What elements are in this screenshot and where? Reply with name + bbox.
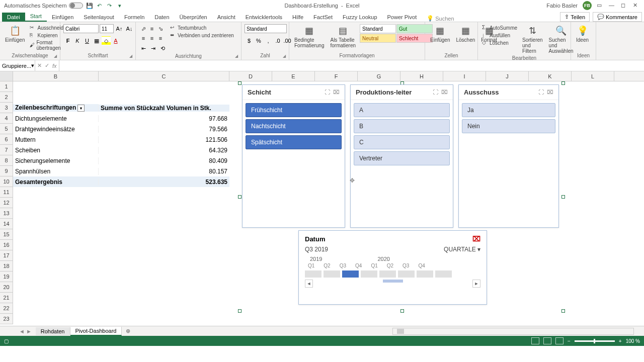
- col-header[interactable]: H: [400, 71, 443, 81]
- italic-button[interactable]: K: [73, 36, 82, 45]
- pivot-row[interactable]: Dichtungselemente97.668: [13, 113, 229, 124]
- teilen-button[interactable]: ⇪Teilen: [560, 12, 590, 22]
- row-header[interactable]: 18: [0, 261, 13, 272]
- row-header[interactable]: 3: [0, 103, 13, 113]
- row-header[interactable]: 11: [0, 187, 13, 198]
- clear-filter-icon[interactable]: ⌧: [333, 89, 340, 96]
- kommentare-button[interactable]: 💬Kommentare: [593, 12, 642, 22]
- paste-button[interactable]: 📋Einfügen: [3, 24, 27, 44]
- col-header[interactable]: L: [572, 71, 614, 81]
- row-header[interactable]: 23: [0, 314, 13, 324]
- tab-factset[interactable]: FactSet: [308, 13, 338, 22]
- horizontal-scrollbar[interactable]: [392, 328, 634, 335]
- clear-filter-icon[interactable]: ⌧: [441, 89, 448, 96]
- col-header[interactable]: E: [272, 71, 315, 81]
- col-header[interactable]: I: [443, 71, 486, 81]
- row-header[interactable]: 7: [0, 145, 13, 155]
- comma-icon[interactable]: ,: [264, 36, 273, 45]
- dialog-launcher-icon[interactable]: ◢: [283, 54, 288, 59]
- switch-icon[interactable]: [69, 3, 83, 9]
- col-header[interactable]: D: [229, 71, 272, 81]
- row-header[interactable]: 13: [0, 208, 13, 219]
- slicer-produktionsleiter[interactable]: Produktions-leiter ⛶⌧ ABCVertreter: [350, 84, 453, 228]
- border-button[interactable]: ▦: [92, 36, 101, 45]
- pivot-row[interactable]: Scheiben64.329: [13, 145, 229, 155]
- clear-filter-icon[interactable]: ⌧: [547, 89, 553, 96]
- multiselect-icon[interactable]: ⛶: [325, 89, 330, 96]
- sheet-tab-rohdaten[interactable]: Rohdaten: [36, 327, 70, 335]
- pivot-row[interactable]: Spannhülsen80.157: [13, 166, 229, 176]
- timeline-next-icon[interactable]: ►: [472, 280, 480, 288]
- align-right-icon[interactable]: ≡: [156, 34, 165, 43]
- dialog-launcher-icon[interactable]: ◢: [54, 54, 59, 59]
- timeline-segment[interactable]: [435, 270, 452, 278]
- dialog-launcher-icon[interactable]: ◢: [235, 54, 240, 59]
- dialog-launcher-icon[interactable]: ◢: [129, 54, 134, 59]
- slicer-item[interactable]: A: [354, 103, 450, 117]
- row-header[interactable]: 22: [0, 303, 13, 314]
- style-neutral[interactable]: Neutral: [360, 34, 396, 43]
- slicer-item[interactable]: Ja: [462, 103, 555, 117]
- align-center-icon[interactable]: ≡: [147, 34, 156, 43]
- name-box[interactable]: Gruppiere... ▾: [0, 60, 35, 71]
- multiselect-icon[interactable]: ⛶: [433, 89, 438, 96]
- timeline-segment[interactable]: [361, 270, 377, 278]
- clear-timeline-icon[interactable]: ⌧: [472, 235, 480, 243]
- increase-font-icon[interactable]: A↑: [115, 24, 124, 33]
- normal-view-icon[interactable]: [531, 337, 539, 344]
- col-header[interactable]: G: [358, 71, 400, 81]
- increase-decimal-icon[interactable]: .0: [273, 36, 282, 45]
- row-header[interactable]: 16: [0, 240, 13, 250]
- tab-ansicht[interactable]: Ansicht: [212, 13, 240, 22]
- tell-me-search[interactable]: 💡 Suchen: [427, 15, 454, 22]
- sort-filter-button[interactable]: ⇅Sortieren und Filtern: [520, 24, 545, 55]
- minimize-icon[interactable]: —: [609, 2, 616, 9]
- maximize-icon[interactable]: ◻: [621, 2, 628, 9]
- sheet-nav-next-icon[interactable]: ►: [26, 328, 32, 334]
- timeline-scroll-thumb[interactable]: [383, 280, 403, 283]
- tab-hilfe[interactable]: Hilfe: [287, 13, 308, 22]
- page-layout-view-icon[interactable]: [543, 337, 551, 344]
- slicer-item[interactable]: Vertreter: [354, 151, 450, 165]
- indent-increase-icon[interactable]: ⇥: [148, 44, 157, 53]
- percent-icon[interactable]: %: [254, 36, 263, 45]
- timeline-prev-icon[interactable]: ◄: [305, 280, 313, 288]
- timeline-segment[interactable]: [342, 270, 359, 278]
- align-left-icon[interactable]: ≡: [139, 34, 148, 43]
- underline-button[interactable]: U: [83, 36, 92, 45]
- indent-decrease-icon[interactable]: ⇤: [139, 44, 148, 53]
- record-macro-icon[interactable]: ▢: [4, 338, 9, 344]
- tab-powerpivot[interactable]: Power Pivot: [382, 13, 422, 22]
- pivot-row[interactable]: Sicherungselemente80.409: [13, 155, 229, 166]
- selection-handle[interactable]: [238, 195, 242, 199]
- cancel-formula-icon[interactable]: ✕: [37, 62, 42, 69]
- insert-cells-button[interactable]: ▦Einfügen: [428, 24, 452, 44]
- conditional-format-button[interactable]: ▦Bedingte Formatierung: [292, 24, 326, 49]
- row-header[interactable]: 10: [0, 176, 13, 187]
- row-header[interactable]: 9: [0, 166, 13, 176]
- orientation-icon[interactable]: ⟲: [158, 44, 167, 53]
- col-header[interactable]: K: [529, 71, 572, 81]
- redo-icon[interactable]: ↷: [106, 2, 113, 9]
- font-name-combo[interactable]: Calibri: [63, 24, 99, 33]
- select-all-corner[interactable]: [0, 71, 13, 81]
- fill-color-button[interactable]: ◇: [102, 36, 111, 45]
- ideen-button[interactable]: 💡Ideen: [574, 24, 591, 44]
- zoom-level[interactable]: 100 %: [626, 338, 640, 344]
- row-header[interactable]: 19: [0, 272, 13, 282]
- tab-file[interactable]: Datei: [2, 13, 25, 22]
- selection-handle[interactable]: [561, 309, 565, 313]
- currency-icon[interactable]: $: [245, 36, 254, 45]
- col-header[interactable]: F: [315, 71, 358, 81]
- zoom-slider[interactable]: [575, 340, 615, 342]
- tab-seitenlayout[interactable]: Seitenlayout: [78, 13, 119, 22]
- undo-icon[interactable]: ↶: [96, 2, 103, 9]
- autosave-toggle[interactable]: Automatisches Speichern: [4, 3, 83, 9]
- sheet-nav-prev-icon[interactable]: ◄: [19, 328, 25, 334]
- filter-dropdown-icon[interactable]: ▾: [77, 105, 85, 112]
- autosum-button[interactable]: ΣAutoSumme: [481, 24, 518, 31]
- row-header[interactable]: 17: [0, 250, 13, 261]
- number-format-combo[interactable]: Standard: [245, 24, 287, 33]
- slicer-ausschuss[interactable]: Ausschuss ⛶⌧ JaNein: [458, 84, 559, 228]
- accept-formula-icon[interactable]: ✓: [45, 62, 49, 69]
